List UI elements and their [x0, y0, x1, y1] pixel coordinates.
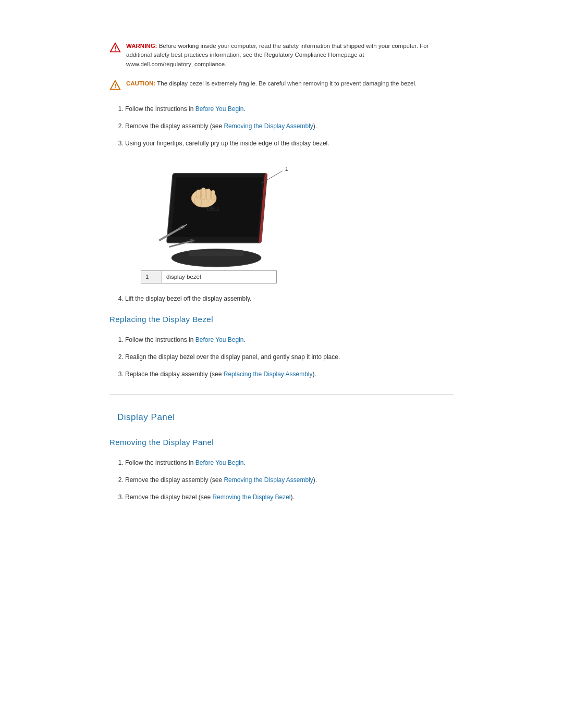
legend-label: display bezel — [162, 270, 277, 283]
replace-step1-before: Follow the instructions in — [125, 336, 195, 343]
panel-step3-after: ). — [291, 493, 295, 501]
step-1: Follow the instructions in Before You Be… — [125, 104, 454, 114]
replace-step3-before: Replace the display assembly (see — [125, 371, 224, 378]
step-3: Using your fingertips, carefully pry up … — [125, 139, 454, 148]
step2-text-before: Remove the display assembly (see — [125, 122, 224, 130]
replacing-bezel-heading: Replacing the Display Bezel — [109, 314, 454, 326]
warning-box: ! WARNING: Before working inside your co… — [109, 42, 454, 69]
svg-rect-15 — [206, 189, 211, 200]
laptop-image: DELL 1 — [141, 158, 292, 263]
svg-rect-16 — [211, 190, 215, 200]
warning-text: WARNING: Before working inside your comp… — [126, 42, 454, 69]
step3-text: Using your fingertips, carefully pry up … — [125, 140, 329, 147]
panel-step1-after: . — [243, 459, 245, 466]
replace-step-3: Replace the display assembly (see Replac… — [125, 369, 454, 379]
removing-panel-heading: Removing the Display Panel — [109, 437, 454, 449]
panel-step2-before: Remove the display assembly (see — [125, 476, 224, 484]
panel-step1-before: Follow the instructions in — [125, 459, 195, 466]
diagram-container: DELL 1 — [141, 158, 454, 283]
before-you-begin-link-3[interactable]: Before You Begin — [195, 459, 244, 466]
svg-text:1: 1 — [285, 166, 288, 172]
warning-content: Before working inside your computer, rea… — [126, 43, 429, 67]
step4-text: Lift the display bezel off the display a… — [125, 295, 251, 302]
svg-rect-14 — [201, 188, 205, 200]
panel-step2-after: ). — [313, 476, 317, 484]
warning-icon: ! — [109, 42, 121, 54]
caution-text: CAUTION: The display bezel is extremely … — [126, 79, 417, 88]
step1-text-before: Follow the instructions in — [125, 105, 195, 113]
panel-step-2: Remove the display assembly (see Removin… — [125, 475, 454, 485]
caution-content: The display bezel is extremely fragile. … — [157, 80, 417, 87]
removing-display-assembly-link-2[interactable]: Removing the Display Assembly — [224, 476, 313, 484]
removing-display-assembly-link-1[interactable]: Removing the Display Assembly — [224, 122, 313, 130]
removing-panel-steps: Follow the instructions in Before You Be… — [109, 458, 454, 502]
before-you-begin-link-1[interactable]: Before You Begin — [195, 105, 244, 113]
replace-step-1: Follow the instructions in Before You Be… — [125, 335, 454, 344]
step-4: Lift the display bezel off the display a… — [125, 294, 454, 303]
caution-box: ! CAUTION: The display bezel is extremel… — [109, 79, 454, 91]
replace-step2-text: Realign the display bezel over the displ… — [125, 353, 340, 361]
caution-label: CAUTION: — [126, 80, 155, 87]
replace-step1-after: . — [243, 336, 245, 343]
page-container: ! WARNING: Before working inside your co… — [47, 0, 516, 557]
step1-text-after: . — [243, 105, 245, 113]
step-2: Remove the display assembly (see Removin… — [125, 121, 454, 131]
panel-step-3: Remove the display bezel (see Removing t… — [125, 492, 454, 502]
legend-number: 1 — [141, 270, 162, 283]
legend-row: 1 display bezel — [141, 270, 277, 283]
replacing-display-assembly-link[interactable]: Replacing the Display Assembly — [224, 371, 313, 378]
legend-table: 1 display bezel — [141, 270, 277, 283]
replace-step-2: Realign the display bezel over the displ… — [125, 352, 454, 362]
caution-icon: ! — [109, 80, 121, 91]
replacing-bezel-steps: Follow the instructions in Before You Be… — [109, 335, 454, 379]
svg-text:!: ! — [115, 45, 117, 52]
removing-display-bezel-link[interactable]: Removing the Display Bezel — [212, 493, 290, 501]
section-divider — [109, 394, 454, 395]
replace-step3-after: ). — [313, 371, 316, 378]
before-you-begin-link-2[interactable]: Before You Begin — [195, 336, 244, 343]
svg-rect-11 — [189, 250, 244, 256]
step4-list: Lift the display bezel off the display a… — [109, 294, 454, 303]
removing-bezel-steps: Follow the instructions in Before You Be… — [109, 104, 454, 148]
display-panel-title: Display Panel — [109, 411, 454, 424]
step2-text-after: ). — [313, 122, 317, 130]
replacing-bezel-section: Replacing the Display Bezel Follow the i… — [109, 314, 454, 379]
laptop-svg: DELL 1 — [141, 158, 292, 268]
panel-step3-before: Remove the display bezel (see — [125, 493, 212, 501]
panel-step-1: Follow the instructions in Before You Be… — [125, 458, 454, 467]
svg-text:!: ! — [115, 82, 117, 89]
removing-panel-section: Removing the Display Panel Follow the in… — [109, 437, 454, 502]
warning-label: WARNING: — [126, 43, 157, 49]
